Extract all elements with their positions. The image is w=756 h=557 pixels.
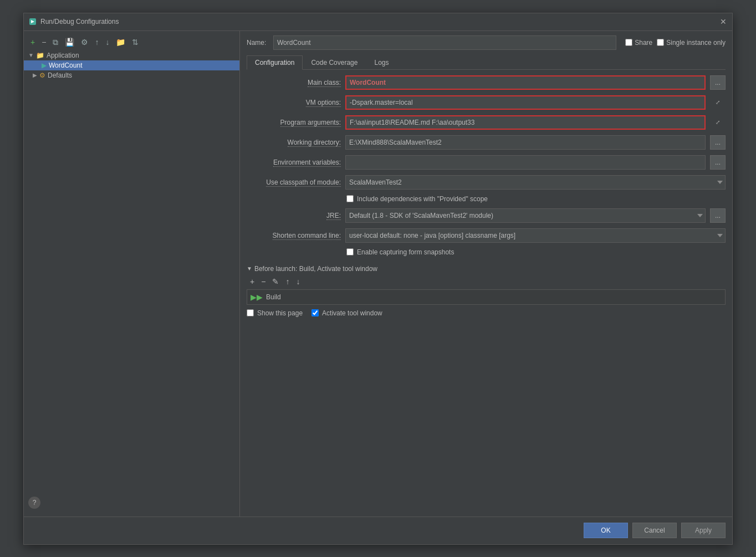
shorten-cmd-row: Shorten command line: user-local default…	[247, 228, 726, 243]
config-form: Main class: ... VM options: ⤢ Program ar…	[247, 75, 726, 512]
jre-row: JRE: Default (1.8 - SDK of 'ScalaMavenTe…	[247, 208, 726, 223]
classpath-select[interactable]: ScalaMavenTest2	[345, 175, 726, 190]
single-instance-option[interactable]: Single instance only	[657, 39, 726, 47]
tree-defaults-item[interactable]: ▶ ⚙ Defaults	[24, 70, 239, 80]
settings-button[interactable]: ⚙	[79, 37, 90, 48]
bl-add-button[interactable]: +	[248, 276, 257, 287]
before-launch-label: Before launch: Build, Activate tool wind…	[254, 265, 377, 273]
apply-button[interactable]: Apply	[681, 523, 726, 538]
bl-up-button[interactable]: ↑	[283, 276, 292, 287]
jre-label: JRE:	[247, 212, 341, 219]
header-options: Share Single instance only	[625, 39, 726, 47]
working-dir-row: Working directory: ...	[247, 135, 726, 150]
help-button[interactable]: ?	[28, 497, 40, 509]
tree-application-group[interactable]: ▼ 📁 Application	[24, 50, 239, 60]
folder-button[interactable]: 📁	[114, 37, 127, 48]
program-args-label: Program arguments:	[247, 119, 341, 126]
close-button[interactable]: ✕	[719, 17, 728, 26]
bl-build-item: ▶▶ Build	[251, 293, 281, 302]
tab-logs[interactable]: Logs	[366, 55, 397, 70]
main-class-browse-button[interactable]: ...	[710, 75, 726, 90]
add-config-button[interactable]: +	[28, 37, 37, 48]
main-class-label: Main class:	[247, 79, 341, 86]
env-vars-label: Environment variables:	[247, 159, 341, 166]
move-down-button[interactable]: ↓	[103, 37, 111, 48]
program-args-input[interactable]	[345, 115, 706, 130]
activate-window-item: Activate tool window	[311, 309, 382, 317]
program-args-row: Program arguments: ⤢	[247, 115, 726, 130]
classpath-row: Use classpath of module: ScalaMavenTest2	[247, 175, 726, 190]
bl-edit-button[interactable]: ✎	[270, 276, 281, 287]
shorten-cmd-label: Shorten command line:	[247, 232, 341, 239]
include-deps-row: Include dependencies with "Provided" sco…	[346, 195, 726, 203]
name-input[interactable]	[273, 35, 616, 50]
sort-button[interactable]: ⇅	[130, 37, 141, 48]
move-up-button[interactable]: ↑	[93, 37, 101, 48]
jre-btn[interactable]: ...	[710, 208, 726, 223]
share-checkbox[interactable]	[625, 39, 632, 46]
show-page-checkbox[interactable]	[247, 309, 254, 316]
show-page-label: Show this page	[257, 309, 303, 317]
cancel-button[interactable]: Cancel	[632, 523, 677, 538]
defaults-label: Defaults	[48, 71, 72, 79]
wordcount-label: WordCount	[49, 62, 82, 69]
vm-options-label: VM options:	[247, 99, 341, 106]
config-tabs: Configuration Code Coverage Logs	[247, 55, 726, 70]
before-launch-header: ▼ Before launch: Build, Activate tool wi…	[247, 265, 726, 273]
tab-configuration[interactable]: Configuration	[247, 55, 303, 70]
shorten-cmd-wrapper: user-local default: none - java [options…	[345, 228, 726, 243]
left-toolbar: + − ⧉ 💾 ⚙ ↑ ↓ 📁 ⇅	[24, 34, 239, 50]
vm-options-wrapper	[345, 95, 706, 110]
share-option[interactable]: Share	[625, 39, 652, 47]
bl-down-button[interactable]: ↓	[294, 276, 302, 287]
vm-options-row: VM options: ⤢	[247, 95, 726, 110]
title-bar: Run/Debug Configurations ✕	[24, 13, 732, 31]
enable-snapshots-checkbox[interactable]	[346, 248, 354, 255]
run-debug-dialog: Run/Debug Configurations ✕ + − ⧉ 💾 ⚙ ↑ ↓…	[23, 13, 733, 545]
tree-wordcount-item[interactable]: ▶ WordCount	[24, 60, 239, 70]
dialog-title: Run/Debug Configurations	[40, 18, 719, 25]
single-instance-checkbox[interactable]	[657, 39, 664, 46]
include-deps-label: Include dependencies with "Provided" sco…	[357, 195, 488, 203]
enable-snapshots-label: Enable capturing form snapshots	[357, 248, 454, 256]
left-panel: + − ⧉ 💾 ⚙ ↑ ↓ 📁 ⇅ ▼ 📁 Application	[24, 31, 240, 517]
working-dir-wrapper	[345, 135, 706, 150]
program-args-wrapper	[345, 115, 706, 130]
save-config-button[interactable]: 💾	[63, 37, 76, 48]
activate-window-label: Activate tool window	[322, 309, 382, 317]
ok-button[interactable]: OK	[584, 523, 628, 538]
classpath-label: Use classpath of module:	[247, 178, 341, 186]
program-args-expand-button[interactable]: ⤢	[710, 115, 726, 130]
before-launch-toolbar: + − ✎ ↑ ↓	[248, 276, 726, 287]
before-launch-section: ▼ Before launch: Build, Activate tool wi…	[247, 265, 726, 317]
share-label: Share	[635, 39, 652, 47]
show-page-item: Show this page	[247, 309, 303, 317]
config-tree: ▼ 📁 Application ▶ WordCount ▶ ⚙ Defaults	[24, 50, 239, 492]
vm-options-input[interactable]	[345, 95, 706, 110]
run-icon: ▶	[42, 62, 47, 69]
classpath-wrapper: ScalaMavenTest2	[345, 175, 726, 190]
main-class-input[interactable]	[345, 75, 706, 90]
single-instance-label: Single instance only	[666, 39, 726, 47]
include-deps-checkbox[interactable]	[346, 195, 354, 202]
main-content: + − ⧉ 💾 ⚙ ↑ ↓ 📁 ⇅ ▼ 📁 Application	[24, 31, 732, 517]
defaults-icon: ⚙	[39, 71, 45, 79]
jre-select[interactable]: Default (1.8 - SDK of 'ScalaMavenTest2' …	[345, 208, 706, 223]
copy-config-button[interactable]: ⧉	[50, 37, 60, 48]
env-vars-input[interactable]	[345, 155, 706, 170]
name-label: Name:	[247, 39, 269, 47]
name-row: Name: Share Single instance only	[247, 35, 726, 50]
working-dir-btn[interactable]: ...	[710, 135, 726, 150]
vm-options-expand-button[interactable]: ⤢	[710, 95, 726, 110]
tab-code-coverage[interactable]: Code Coverage	[303, 55, 366, 70]
working-dir-input[interactable]	[345, 135, 706, 150]
shorten-cmd-select[interactable]: user-local default: none - java [options…	[345, 228, 726, 243]
build-icon: ▶▶	[251, 293, 263, 302]
env-vars-btn[interactable]: ...	[710, 155, 726, 170]
activate-window-checkbox[interactable]	[311, 309, 319, 316]
bl-remove-button[interactable]: −	[259, 276, 268, 287]
jre-wrapper: Default (1.8 - SDK of 'ScalaMavenTest2' …	[345, 208, 706, 223]
collapse-arrow-icon[interactable]: ▼	[247, 265, 252, 272]
expand-arrow-icon: ▼	[28, 52, 34, 58]
remove-config-button[interactable]: −	[39, 37, 48, 48]
